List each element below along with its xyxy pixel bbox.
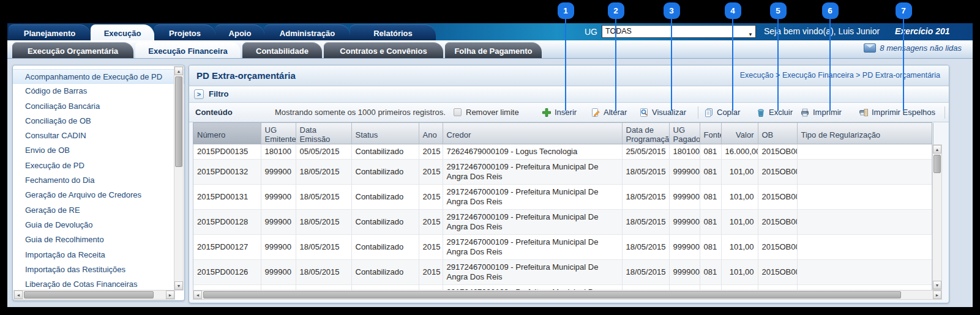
cell-numero: 2015PD00132 [193,160,261,185]
callout-line-1 [565,19,566,111]
sidebar-horizontal-scrollbar[interactable]: ◄ ► [13,290,175,300]
cell-credor: 29172467000109 - Prefeitura Municipal De… [443,210,622,235]
nav-tab-execucao[interactable]: Execução [91,24,154,40]
cell-data-de-programacao: 25/05/2015 [622,144,669,160]
remove-limit-checkbox[interactable] [454,108,462,116]
scroll-right-button[interactable]: ► [933,291,941,299]
imprimir-espelhos-button[interactable]: Imprimir Espelhos [859,103,935,122]
cell-credor: 29172467000109 - Prefeitura Municipal De… [443,160,622,185]
column-header-ano[interactable]: Ano [419,123,443,146]
cell-data-emissao: 18/05/2015 [296,210,351,235]
column-header-data-emissao[interactable]: Data Emissão [296,123,351,146]
filter-label: Filtro [209,86,229,102]
table-row[interactable]: 2015PD0012699990018/05/2015Contabilizado… [193,260,932,285]
column-header-ug-emitente[interactable]: UG Emitente [261,123,296,146]
sidebar-item-geracao-de-re[interactable]: Geração de RE [13,203,184,218]
column-header-ug-pagadora[interactable]: UG Pagadora [669,123,700,146]
scroll-down-button[interactable]: ▼ [933,281,941,289]
callout-marker-1: 1 [558,2,574,19]
sidebar-item-importacao-das-restituicoes[interactable]: Importação das Restituições [13,262,184,277]
table-row[interactable]: 2015PD0012899990018/05/2015Contabilizado… [193,210,932,235]
sidebar-item-guia-de-recolhimento[interactable]: Guia de Recolhimento [13,232,184,247]
visualizar-button[interactable]: Visualizar [639,103,686,122]
scrollbar-thumb[interactable] [24,291,154,298]
cell-data-emissao: 18/05/2015 [296,185,351,210]
table-row[interactable]: 2015PD0013518010005/05/2015Contabilizado… [193,144,932,160]
column-header-ob[interactable]: OB [758,123,797,146]
filter-bar[interactable]: > Filtro [189,86,949,103]
column-header-credor[interactable]: Credor [443,123,622,146]
toolbar-separator [944,106,945,119]
cell-data-emissao: 18/05/2015 [296,160,351,185]
subnav-tab-contabilidade[interactable]: Contabilidade [242,42,322,58]
cell-ug-emitente: 999900 [261,285,296,291]
sidebar-item-geracao-de-arquivo-de-credores[interactable]: Geração de Arquivo de Credores [13,188,184,202]
column-header-tipo-de-regularizacao[interactable]: Tipo de Regularização [797,123,933,146]
scroll-left-button[interactable]: ◄ [193,291,202,299]
scrollbar-thumb[interactable] [203,291,901,298]
breadcrumb[interactable]: Execução > Execução Financeira > PD Extr… [740,65,940,86]
table-vertical-scrollbar[interactable]: ▲ ▼ [932,144,942,290]
column-header-fonte[interactable]: Fonte [700,123,721,146]
table-row[interactable]: 2015PD0013199990018/05/2015Contabilizado… [193,185,932,210]
alterar-button[interactable]: Alterar [591,103,627,122]
subnav-tab-contratos-e-convenios[interactable]: Contratos e Convênios [324,42,443,58]
cell-ug-emitente: 999900 [261,235,296,260]
top-nav-bar: PlanejamentoExecuçãoProjetosApoioAdminis… [7,23,973,40]
table-row[interactable]: 2015PD0012799990018/05/2015Contabilizado… [193,235,932,260]
scroll-up-button[interactable]: ▲ [933,145,941,154]
column-header-data-de-programacao[interactable]: Data de Programação [622,123,669,146]
column-header-valor[interactable]: Valor [721,123,758,146]
scroll-up-button[interactable]: ▲ [174,67,183,75]
sidebar-item-acompanhamento-de-execucao-de-pd[interactable]: Acompanhamento de Execução de PD [13,69,184,84]
table-row[interactable]: 2015PD0013299990018/05/2015Contabilizado… [193,160,932,185]
excluir-button[interactable]: Excluir [756,103,793,122]
limit-message: Mostrando somente os 1000 primeiros regi… [275,103,446,122]
sidebar-item-guia-de-devolucao[interactable]: Guia de Devolução [13,218,184,232]
sidebar-item-codigo-de-barras[interactable]: Código de Barras [13,84,184,98]
scrollbar-thumb[interactable] [933,155,941,173]
subnav-tab-execucao-orcamentaria[interactable]: Execução Orçamentária [12,42,133,58]
cell-valor: 101,00 [721,160,758,185]
sidebar-item-consultar-cadin[interactable]: Consultar CADIN [13,128,184,143]
sidebar-panel: Acompanhamento de Execução de PDCódigo d… [12,65,185,301]
sidebar-vertical-scrollbar[interactable]: ▲ ▼ [174,66,184,291]
table-horizontal-scrollbar[interactable]: ◄ ► [193,290,942,300]
table-row[interactable]: 2015PD0012599990018/05/2015Contabilizado… [193,285,932,291]
cell-fonte: 081 [700,144,721,160]
ug-label: UG [585,27,597,37]
nav-tab-apoio[interactable]: Apoio [215,24,264,40]
nav-tab-administracao[interactable]: Administração [264,24,350,40]
scroll-down-button[interactable]: ▼ [174,281,183,290]
cell-data-de-programacao: 18/05/2015 [622,160,669,185]
subnav-tab-execucao-financeira[interactable]: Execução Financeira [135,42,241,58]
cell-ano: 2015 [419,235,443,260]
cell-ob: 2015OB00170 [758,285,797,291]
cell-fonte: 081 [700,210,721,235]
copiar-button[interactable]: Copiar [704,103,740,122]
filter-expand-button[interactable]: > [194,89,204,99]
inserir-button[interactable]: Inserir [542,103,577,122]
sidebar-item-conciliacao-bancaria[interactable]: Conciliação Bancária [13,99,184,114]
nav-tab-planejamento[interactable]: Planejamento [9,24,91,40]
cell-status: Contabilizado [351,285,419,291]
sidebar-item-importacao-da-receita[interactable]: Importação da Receita [13,248,184,262]
sidebar-item-conciliacao-de-ob[interactable]: Conciliação de OB [13,114,184,128]
column-header-numero[interactable]: Número [193,123,261,146]
unread-messages-link[interactable]: 8 mensagens não lidas [864,43,962,53]
nav-tab-relatorios[interactable]: Relatórios [350,24,436,40]
sidebar-item-envio-de-ob[interactable]: Envio de OB [13,143,184,158]
column-header-status[interactable]: Status [351,123,419,146]
cell-valor: 101,00 [721,210,758,235]
subnav-tab-folha-de-pagamento[interactable]: Folha de Pagamento [445,42,542,58]
nav-tab-projetos[interactable]: Projetos [154,24,215,40]
sidebar-item-fechamento-do-dia[interactable]: Fechamento do Dia [13,173,184,188]
imprimir-button[interactable]: Imprimir [800,103,842,122]
scroll-right-button[interactable]: ► [166,291,174,299]
callout-marker-7: 7 [896,2,912,19]
cell-ob: 2015OB00172 [758,235,797,260]
scrollbar-thumb[interactable] [175,76,182,167]
content-label: Conteúdo [195,103,233,122]
scroll-left-button[interactable]: ◄ [14,291,23,299]
sidebar-item-execucao-de-pd[interactable]: Execução de PD [13,158,184,173]
